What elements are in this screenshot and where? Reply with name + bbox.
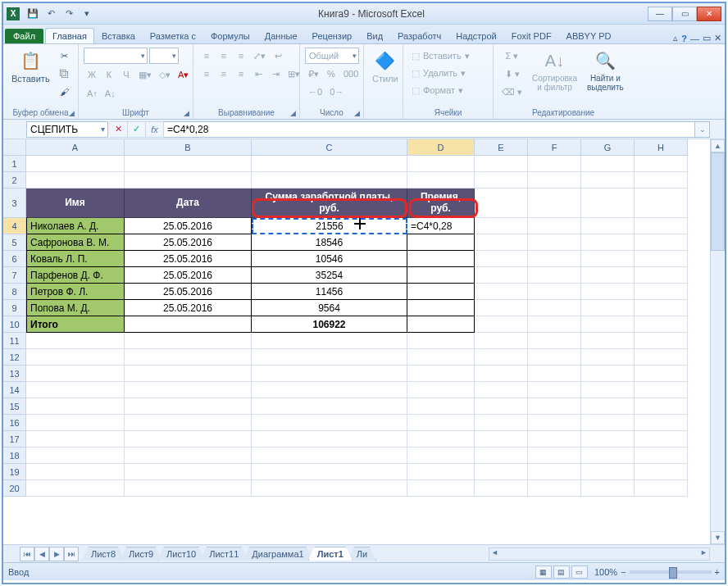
- sort-filter-button[interactable]: A↓ Сортировка и фильтр: [529, 48, 580, 93]
- cell[interactable]: 25.05.2016: [125, 300, 252, 316]
- cell[interactable]: 21556: [252, 218, 407, 234]
- number-launcher-icon[interactable]: ◢: [354, 109, 360, 117]
- cell[interactable]: [528, 333, 581, 349]
- cell[interactable]: [26, 156, 125, 172]
- cell[interactable]: [252, 333, 407, 349]
- cell[interactable]: [475, 398, 528, 415]
- cell[interactable]: [125, 415, 252, 431]
- row-header[interactable]: 2: [3, 172, 26, 189]
- cell[interactable]: Сумма заработной платы, руб.: [252, 189, 407, 218]
- cell[interactable]: [475, 480, 528, 497]
- row-header[interactable]: 9: [3, 300, 26, 316]
- row-header[interactable]: 16: [3, 415, 26, 431]
- cell[interactable]: [475, 349, 528, 366]
- cell[interactable]: [407, 172, 475, 189]
- row-header[interactable]: 6: [3, 251, 26, 267]
- qat-customize-icon[interactable]: ▾: [79, 6, 95, 22]
- cell[interactable]: [635, 316, 688, 333]
- sheet-tab[interactable]: Лист10: [157, 547, 205, 561]
- scroll-up-icon[interactable]: ▲: [711, 139, 725, 152]
- cell[interactable]: [635, 447, 688, 464]
- cell[interactable]: [475, 218, 528, 234]
- col-header-g[interactable]: G: [581, 139, 635, 156]
- expand-formula-bar-icon[interactable]: ⌄: [695, 121, 710, 138]
- cell[interactable]: [581, 189, 635, 218]
- cell[interactable]: [252, 480, 407, 497]
- cell[interactable]: [528, 251, 581, 267]
- cell[interactable]: [407, 284, 475, 300]
- cell[interactable]: [581, 251, 635, 267]
- increase-font-button[interactable]: A↑: [84, 85, 101, 102]
- select-all-button[interactable]: [3, 139, 26, 156]
- cell[interactable]: Петров Ф. Л.: [26, 284, 125, 300]
- cell[interactable]: [407, 267, 475, 284]
- sheet-tab[interactable]: Лист9: [120, 547, 162, 561]
- cell[interactable]: [26, 480, 125, 497]
- decrease-font-button[interactable]: A↓: [102, 85, 119, 102]
- percent-button[interactable]: %: [323, 66, 339, 82]
- cell[interactable]: [581, 267, 635, 284]
- file-tab[interactable]: Файл: [5, 29, 43, 43]
- sheet-nav-last-icon[interactable]: ⏭: [64, 547, 79, 561]
- cell[interactable]: [125, 447, 252, 464]
- cell[interactable]: [528, 172, 581, 189]
- cell[interactable]: [528, 349, 581, 366]
- cell[interactable]: [26, 464, 125, 480]
- align-center-button[interactable]: ≡: [216, 66, 232, 82]
- formula-input[interactable]: =C4*0,28: [164, 121, 695, 138]
- cell[interactable]: [475, 267, 528, 284]
- horizontal-scrollbar[interactable]: [489, 547, 710, 561]
- cell[interactable]: [407, 316, 475, 333]
- tab-formulas[interactable]: Формулы: [203, 28, 257, 43]
- clipboard-launcher-icon[interactable]: ◢: [69, 109, 75, 117]
- cell[interactable]: [475, 316, 528, 333]
- cancel-formula-button[interactable]: ✕: [110, 121, 128, 138]
- delete-cells-button[interactable]: ⬚ Удалить ▾: [408, 65, 488, 81]
- cell[interactable]: [26, 431, 125, 447]
- cell[interactable]: [635, 431, 688, 447]
- copy-button[interactable]: ⿻: [57, 66, 73, 82]
- view-page-layout-button[interactable]: ▤: [553, 566, 570, 579]
- cell[interactable]: 25.05.2016: [125, 251, 252, 267]
- cell[interactable]: [581, 156, 635, 172]
- cell[interactable]: [581, 382, 635, 398]
- col-header-a[interactable]: A: [26, 139, 125, 156]
- cell[interactable]: [635, 300, 688, 316]
- row-header[interactable]: 11: [3, 333, 26, 349]
- cell[interactable]: [252, 349, 407, 366]
- cell[interactable]: [26, 349, 125, 366]
- clear-button[interactable]: ⌫ ▾: [498, 84, 526, 100]
- zoom-slider[interactable]: [630, 570, 712, 574]
- cell[interactable]: [125, 156, 252, 172]
- cell[interactable]: [581, 431, 635, 447]
- cell[interactable]: [407, 480, 475, 497]
- cell[interactable]: Коваль Л. П.: [26, 251, 125, 267]
- cell[interactable]: [407, 415, 475, 431]
- cell[interactable]: [528, 316, 581, 333]
- enter-formula-button[interactable]: ✓: [128, 121, 146, 138]
- tab-addins[interactable]: Надстрой: [448, 28, 503, 43]
- sheet-nav-first-icon[interactable]: ⏮: [20, 547, 34, 561]
- currency-button[interactable]: ₽▾: [305, 66, 322, 82]
- cell[interactable]: [252, 398, 407, 415]
- cell[interactable]: [407, 333, 475, 349]
- cell[interactable]: Дата: [125, 189, 252, 218]
- cell[interactable]: [252, 172, 407, 189]
- cell[interactable]: [252, 415, 407, 431]
- border-button[interactable]: ▦▾: [135, 66, 155, 83]
- row-header[interactable]: 4: [3, 218, 26, 234]
- cell[interactable]: 10546: [252, 251, 407, 267]
- cell[interactable]: [475, 431, 528, 447]
- cell[interactable]: [26, 447, 125, 464]
- cell[interactable]: [26, 398, 125, 415]
- cell[interactable]: [475, 464, 528, 480]
- cell[interactable]: Попова М. Д.: [26, 300, 125, 316]
- cell[interactable]: [635, 172, 688, 189]
- cell[interactable]: [581, 480, 635, 497]
- maximize-button[interactable]: ▭: [672, 7, 697, 21]
- cell[interactable]: [407, 382, 475, 398]
- row-header[interactable]: 20: [3, 480, 26, 497]
- close-button[interactable]: ✕: [697, 7, 721, 21]
- col-header-h[interactable]: H: [635, 139, 688, 156]
- scroll-thumb[interactable]: [711, 152, 725, 251]
